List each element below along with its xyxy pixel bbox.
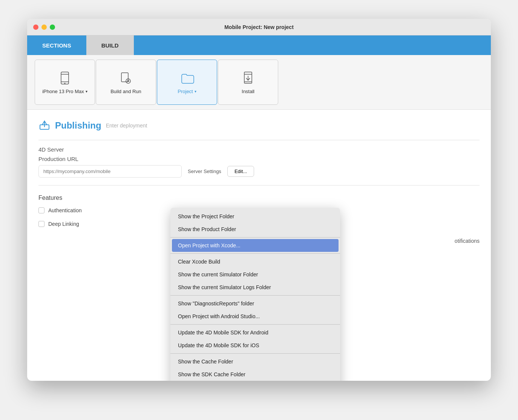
publishing-subtitle: Enter deployment xyxy=(106,123,147,129)
main-content: Publishing Enter deployment 4D Server Pr… xyxy=(27,110,491,381)
server-group: 4D Server Production URL Server Settings… xyxy=(38,146,480,178)
server-settings-label: Server Settings xyxy=(188,169,221,174)
dropdown-item-update-sdk-ios[interactable]: Update the 4D Mobile SDK for iOS xyxy=(170,339,340,352)
svg-rect-4 xyxy=(121,73,128,82)
maximize-button[interactable] xyxy=(50,25,55,30)
build-run-label: Build and Run xyxy=(110,89,141,94)
dropdown-item-open-android-studio[interactable]: Open Project with Android Studio... xyxy=(170,310,340,323)
phone-icon xyxy=(57,71,72,86)
dropdown-divider-2 xyxy=(170,253,340,254)
deep-linking-checkbox[interactable] xyxy=(38,221,44,227)
toolbar: iPhone 13 Pro Max ▾ Build and Run Projec… xyxy=(27,55,491,110)
server-label: 4D Server xyxy=(38,146,480,153)
production-url-label: Production URL xyxy=(38,156,480,162)
production-url-input[interactable] xyxy=(38,165,182,178)
production-url-row: Server Settings Edit... xyxy=(38,165,480,178)
features-title: Features xyxy=(38,195,480,201)
install-label: Install xyxy=(242,89,254,94)
tab-bar: SECTIONS BUILD xyxy=(27,35,491,55)
title-bar: Mobile Project: New project xyxy=(27,19,491,35)
minimize-button[interactable] xyxy=(41,25,47,30)
dropdown-item-update-sdk-android[interactable]: Update the 4D Mobile SDK for Android xyxy=(170,326,340,339)
project-tool-button[interactable]: Project ▾ xyxy=(157,60,217,105)
section-header: Publishing Enter deployment xyxy=(38,119,480,132)
section-divider-1 xyxy=(38,140,480,140)
publishing-title: Publishing xyxy=(55,120,101,131)
window-title: Mobile Project: New project xyxy=(224,24,294,30)
tab-build[interactable]: BUILD xyxy=(86,35,134,55)
dropdown-item-open-project-xcode[interactable]: Open Project with Xcode... xyxy=(172,239,339,252)
dropdown-divider-5 xyxy=(170,353,340,354)
project-label: Project xyxy=(178,89,193,94)
dropdown-item-show-simulator-folder[interactable]: Show the current Simulator Folder xyxy=(170,268,340,281)
dropdown-item-show-diagnostic[interactable]: Show "DiagnosticReports" folder xyxy=(170,297,340,310)
traffic-lights xyxy=(33,25,55,30)
content-area: Publishing Enter deployment 4D Server Pr… xyxy=(27,110,491,381)
dropdown-item-show-simulator-logs[interactable]: Show the current Simulator Logs Folder xyxy=(170,281,340,294)
project-chevron-icon: ▾ xyxy=(195,89,196,94)
notifications-label: otifications xyxy=(455,238,480,244)
dropdown-item-show-product-folder[interactable]: Show the Product Folder xyxy=(170,223,340,236)
dropdown-divider-1 xyxy=(170,237,340,238)
section-divider-2 xyxy=(38,185,480,185)
dropdown-item-show-cache-folder[interactable]: Show the Cache Folder xyxy=(170,355,340,368)
tab-sections[interactable]: SECTIONS xyxy=(27,35,86,55)
deep-linking-label: Deep Linking xyxy=(48,221,79,227)
main-window: Mobile Project: New project SECTIONS BUI… xyxy=(27,19,491,381)
iphone-tool-button[interactable]: iPhone 13 Pro Max ▾ xyxy=(35,60,95,105)
edit-button[interactable]: Edit... xyxy=(227,166,254,177)
build-icon xyxy=(118,71,133,86)
close-button[interactable] xyxy=(33,25,38,30)
iphone-label: iPhone 13 Pro Max xyxy=(42,89,84,94)
install-icon xyxy=(241,71,256,86)
publishing-icon xyxy=(38,119,51,132)
dropdown-menu[interactable]: Show the Project Folder Show the Product… xyxy=(170,208,340,381)
install-tool-button[interactable]: Install xyxy=(218,60,278,105)
svg-point-3 xyxy=(64,83,66,84)
dropdown-divider-3 xyxy=(170,295,340,296)
svg-rect-0 xyxy=(61,72,69,84)
dropdown-divider-4 xyxy=(170,324,340,325)
dropdown-item-show-project-folder[interactable]: Show the Project Folder xyxy=(170,210,340,223)
dropdown-item-show-sdk-cache[interactable]: Show the SDK Cache Folder xyxy=(170,368,340,381)
build-run-tool-button[interactable]: Build and Run xyxy=(96,60,156,105)
authentication-label: Authentication xyxy=(48,207,82,213)
authentication-checkbox[interactable] xyxy=(38,207,44,213)
dropdown-item-clear-xcode[interactable]: Clear Xcode Build xyxy=(170,255,340,268)
iphone-chevron-icon: ▾ xyxy=(86,89,87,94)
svg-marker-6 xyxy=(127,80,130,82)
folder-icon xyxy=(179,71,195,86)
tab-spacer xyxy=(134,35,491,55)
